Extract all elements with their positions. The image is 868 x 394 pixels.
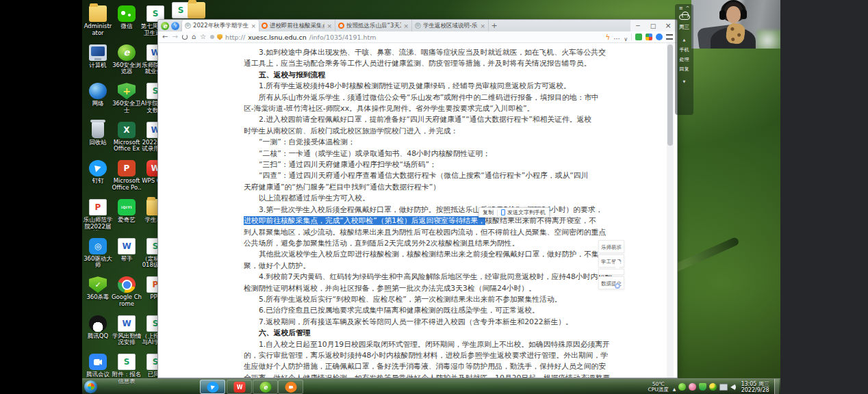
network-tray-icon[interactable] xyxy=(719,384,728,391)
dock-notification[interactable]: 处理 xyxy=(680,56,689,63)
text-line: 五、返校与报到流程 xyxy=(244,70,624,81)
text-line: 六、返校后管理 xyxy=(244,328,624,339)
browser-window: e ϟ 2022年秋季学期学生返校报进校即前往核酸采集点，完成按照抵达乐山后“3… xyxy=(157,19,678,378)
desktop-icon[interactable]: 网络 xyxy=(83,83,113,107)
desktop-icon-label: 爱奇艺 xyxy=(112,217,142,224)
desktop-icon[interactable]: 计算机 xyxy=(83,44,113,69)
desktop-icon[interactable]: ✓360杀毒 xyxy=(83,276,113,301)
screenshot-icon[interactable] xyxy=(635,34,642,40)
desktop-icon[interactable]: W帮手 xyxy=(112,238,142,263)
hidden-icons-arrow[interactable] xyxy=(673,380,676,393)
text-line: 聚，做好个人防护。 xyxy=(244,261,624,272)
address-bar[interactable]: http://xuesc.lsnu.edu.cn/info/1035/4191.… xyxy=(210,33,601,42)
desktop-icon-label: Administrator xyxy=(83,23,113,36)
maximize-button[interactable] xyxy=(646,23,661,29)
browser-tab[interactable]: 学生返校区域说明-乐山师范 xyxy=(412,20,489,31)
show-desktop-button[interactable] xyxy=(774,379,779,394)
desktop-icon[interactable]: 腾讯QQ xyxy=(83,315,113,340)
dock-up-arrow-icon[interactable] xyxy=(683,31,686,44)
globe-favicon xyxy=(185,23,191,29)
dingtalk-icon xyxy=(207,382,218,393)
desktop-icon[interactable]: ◎360驱动大师 xyxy=(83,238,113,269)
chrome-icon xyxy=(118,276,136,293)
volume-tray-icon[interactable] xyxy=(730,384,736,391)
browser-tab[interactable]: 进校即前往核酸采集点，完成 xyxy=(259,20,335,31)
more-icon[interactable] xyxy=(613,31,620,44)
text-line: 检测阴性证明材料返校，并向社区报备，参照第一批次办法完成3天3检（间隔24小时）… xyxy=(244,283,624,294)
dock-collapse-icon[interactable] xyxy=(686,5,690,11)
tab-close-icon[interactable] xyxy=(251,23,256,29)
tab-close-icon[interactable] xyxy=(327,23,332,29)
send-to-phone-button[interactable]: 发送文字到手机 xyxy=(498,209,549,216)
cpu-temperature-widget: 50℃CPU温度 xyxy=(648,382,669,393)
side-widget[interactable]: 学工登录 xyxy=(598,254,624,267)
desktop-icon[interactable]: 微信 xyxy=(112,5,142,30)
start-button[interactable] xyxy=(84,380,97,393)
sync-icon[interactable] xyxy=(656,34,663,40)
close-button[interactable] xyxy=(661,21,676,30)
favorite-star-icon[interactable] xyxy=(200,34,206,40)
text-line: 全距离，做好个人健康情况检测，如有发热等异常做好个人防护并及时就医。10月20日… xyxy=(244,373,624,378)
browser-tab[interactable]: 2022年秋季学期学生返校报 xyxy=(182,20,259,31)
back-icon[interactable] xyxy=(162,34,168,40)
search-favicon xyxy=(338,23,344,29)
desktop-icon[interactable]: iQIYI爱奇艺 xyxy=(112,199,142,224)
desktop-icon[interactable]: W学风出勤情况安排 xyxy=(112,315,142,346)
side-widget[interactable] xyxy=(598,269,624,275)
tab-title: 学生返校区域说明-乐山师范 xyxy=(423,22,478,30)
desktop-icon[interactable]: 腾讯会议 xyxy=(83,354,113,378)
dock-notification[interactable]: 回复 xyxy=(680,66,689,73)
desktop-icon-label: 360杀毒 xyxy=(83,294,113,301)
desktop-icon[interactable]: Google Chrome xyxy=(112,276,142,307)
desktop-icon[interactable]: PMicrosoft Office Po.. xyxy=(112,160,142,191)
taskbar-app-360-browser[interactable]: e xyxy=(253,380,278,394)
reload-icon[interactable] xyxy=(182,34,188,40)
wechat-icon xyxy=(118,5,136,22)
text-line: 以上流程都通过后学生方可入校。 xyxy=(244,193,624,204)
window-controls xyxy=(630,20,677,31)
desktop-icon-partial[interactable] xyxy=(181,2,212,18)
desktop-icon[interactable]: e360安全浏览器 xyxy=(112,44,142,75)
desktop-icon[interactable]: 回收站 xyxy=(83,122,113,146)
side-widget[interactable]: 乐师易班 xyxy=(598,240,624,253)
side-widget[interactable]: 数据提交 xyxy=(598,276,624,289)
speed-mode-icon[interactable]: ϟ xyxy=(171,22,179,30)
user-tray-icon[interactable] xyxy=(689,383,696,391)
browser-navbar: http://xuesc.lsnu.edu.cn/info/1035/4191.… xyxy=(158,31,677,43)
text-line: “四查”：通过四川天府通小程序查看通信大数据行程卡（微信上搜索“通信行程卡”小程… xyxy=(244,170,624,181)
desktop-icon[interactable]: Administrator xyxy=(83,5,113,36)
dock-day-label: 周三 xyxy=(679,24,689,31)
antivirus-tray-icon[interactable] xyxy=(709,383,717,391)
forward-icon[interactable] xyxy=(172,34,177,40)
desktop-icon[interactable]: 钉钉 xyxy=(83,160,113,185)
browser-360-logo-icon[interactable]: e xyxy=(161,22,169,30)
new-tab-button[interactable] xyxy=(489,20,500,31)
desktop-icon[interactable]: +360安全卫士 xyxy=(112,83,142,114)
dock-down-arrow-icon[interactable] xyxy=(683,73,686,86)
text-line: 1.自入校之日起至10月19日校园采取闭环式管理。闭环期间，学生原则上不出校。如… xyxy=(244,339,624,350)
apps-grid-icon[interactable] xyxy=(646,34,652,40)
dock-notification[interactable]: 手机 xyxy=(680,47,689,53)
browser-menu-icon[interactable] xyxy=(666,34,673,40)
dock-menu-icon[interactable] xyxy=(679,5,683,11)
desktop-icon[interactable]: XMicrosoft Office Exc.. xyxy=(112,122,142,153)
desktop-icon-label: 回收站 xyxy=(83,140,113,146)
page-scrollbar[interactable] xyxy=(667,43,674,378)
tab-close-icon[interactable] xyxy=(480,23,485,29)
scrollbar-thumb[interactable] xyxy=(667,44,673,146)
dropdown-icon[interactable] xyxy=(624,31,628,44)
taskbar-clock[interactable]: 13:05 周三2022/9/28 xyxy=(741,381,769,393)
taskbar-app-wps[interactable]: W xyxy=(227,380,252,394)
taskbar-app-dingtalk[interactable] xyxy=(200,380,225,394)
taskbar-app-camera-app[interactable] xyxy=(278,380,303,394)
shield-tray-icon[interactable] xyxy=(699,383,706,391)
tab-close-icon[interactable] xyxy=(403,23,409,29)
360-tray-icon[interactable] xyxy=(678,383,686,391)
browser-tab[interactable]: 按照抵达乐山后“3天3检”（ xyxy=(335,20,412,31)
minimize-button[interactable] xyxy=(630,23,646,29)
lightning-icon[interactable] xyxy=(606,34,611,41)
desktop-icon[interactable]: P乐山师范学院2022届毕.. xyxy=(83,199,113,231)
wps-icon: W xyxy=(233,382,245,393)
copy-button[interactable]: 复制 xyxy=(479,209,497,216)
home-icon[interactable] xyxy=(192,34,196,40)
